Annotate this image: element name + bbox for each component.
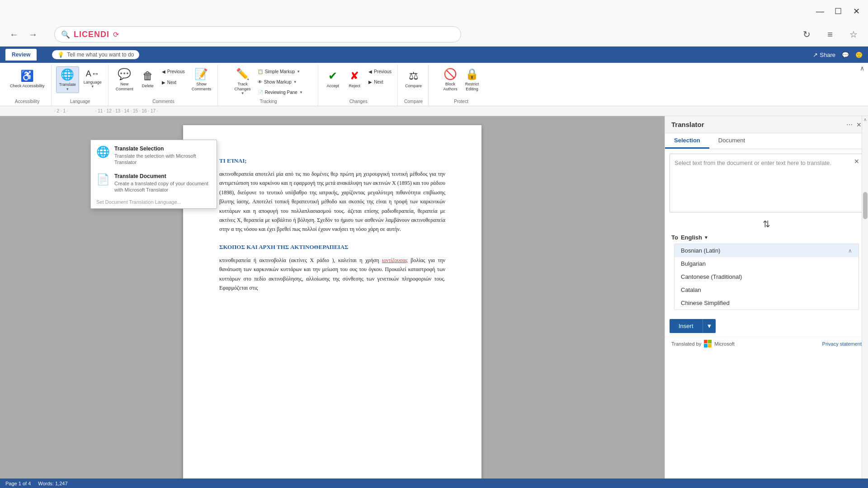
- search-icon: 🔍: [61, 30, 70, 39]
- forward-button[interactable]: →: [26, 28, 40, 41]
- tab-review[interactable]: Review: [5, 49, 37, 61]
- tell-me-bar[interactable]: 💡 Tell me what you want to do: [52, 50, 139, 59]
- scroll-up-icon[interactable]: ∧: [848, 248, 852, 254]
- bookmark-button[interactable]: ☆: [846, 27, 861, 42]
- translate-button[interactable]: 🌐 Translate ▼: [56, 66, 79, 93]
- panel-scrollbar[interactable]: ∧: [862, 116, 868, 488]
- next-comment-button[interactable]: ▶ Next: [160, 77, 187, 87]
- restrict-editing-button[interactable]: 🔒 RestrictEditing: [462, 66, 482, 93]
- delete-comment-button[interactable]: 🗑 Delete: [138, 66, 158, 92]
- tab-selection[interactable]: Selection: [665, 133, 709, 149]
- minimize-button[interactable]: —: [816, 7, 825, 16]
- check-accessibility-button[interactable]: ♿ Check Accessibility: [7, 66, 47, 92]
- share-button[interactable]: ↗ Share: [813, 52, 835, 58]
- lang-chinese-simplified[interactable]: Chinese Simplified: [675, 296, 859, 310]
- tab-document[interactable]: Document: [709, 133, 754, 149]
- translator-panel: Translator ⋯ ✕ Selection Document Select…: [665, 116, 868, 488]
- show-comments-button[interactable]: 📝 ShowComments: [189, 66, 214, 93]
- translate-document-item[interactable]: 📄 Translate Document Create a translated…: [91, 169, 217, 197]
- translator-tabs: Selection Document: [665, 133, 868, 149]
- translator-header: Translator ⋯ ✕: [665, 116, 868, 133]
- reject-button[interactable]: ✘ Reject: [344, 66, 364, 92]
- language-button[interactable]: A↔ Language ▼: [81, 66, 104, 92]
- scrollbar-up-button[interactable]: ∧: [862, 116, 868, 123]
- translate-document-icon: 📄: [96, 173, 110, 186]
- close-button[interactable]: ✕: [852, 7, 861, 16]
- licendi-logo: LICENDI: [74, 30, 109, 39]
- lang-catalan[interactable]: Catalan: [675, 283, 859, 296]
- comments-icon[interactable]: 💬: [842, 52, 849, 58]
- language-select[interactable]: English ▼: [681, 234, 708, 241]
- language-list-container: Bosnian (Latin) ∧ Bulgarian Cantonese (T…: [670, 244, 863, 310]
- track-changes-icon: ✏️: [236, 68, 250, 81]
- accessibility-group-label: Accessibility: [15, 99, 39, 104]
- ruler: · 2 · 1 · · 11 · 12 · 13 · 14 · 15 · 16 …: [0, 106, 868, 116]
- translate-icon: 🌐: [61, 68, 74, 81]
- next-change-button[interactable]: ▶ Next: [366, 77, 394, 87]
- translate-selection-title: Translate Selection: [114, 145, 211, 152]
- prev-change-button[interactable]: ◀ Previous: [366, 66, 394, 76]
- translator-text-input[interactable]: Select text from the document or enter t…: [670, 154, 863, 212]
- tab-bar: Review 💡 Tell me what you want to do ↗ S…: [0, 47, 868, 63]
- doc-link[interactable]: ιοντίζουσας: [382, 257, 408, 263]
- compare-group-label: Compare: [404, 99, 423, 104]
- translate-selection-item[interactable]: 🌐 Translate Selection Translate the sele…: [91, 142, 217, 169]
- lang-cantonese[interactable]: Cantonese (Traditional): [675, 270, 859, 283]
- insert-area: Insert ▼: [665, 315, 868, 337]
- page-status: Page 1 of 4: [5, 481, 31, 486]
- ribbon-group-comments: 💬 NewComment 🗑 Delete ◀ Previous ▶: [109, 65, 218, 106]
- refresh-button[interactable]: ↻: [799, 27, 814, 42]
- maximize-button[interactable]: ☐: [834, 7, 843, 16]
- ribbon-group-changes: ✔ Accept ✘ Reject ◀ Previous ▶: [319, 65, 398, 106]
- back-button[interactable]: ←: [7, 28, 21, 41]
- doc-heading-1: ΤΙ ΕΊΝΑΙ;: [219, 156, 445, 166]
- compare-button[interactable]: ⚖ Compare: [402, 66, 425, 92]
- block-authors-button[interactable]: 🚫 BlockAuthors: [440, 66, 460, 93]
- accept-button[interactable]: ✔ Accept: [323, 66, 343, 92]
- translate-dropdown-menu: 🌐 Translate Selection Translate the sele…: [90, 140, 217, 209]
- simple-markup-button[interactable]: 📋 Simple Markup ▼: [255, 66, 305, 76]
- lang-bulgarian[interactable]: Bulgarian: [675, 257, 859, 270]
- show-markup-button[interactable]: 👁 Show Markup ▼: [255, 77, 305, 87]
- translator-settings-icon[interactable]: ⋯: [846, 121, 853, 128]
- new-comment-icon: 💬: [118, 68, 131, 81]
- accept-icon: ✔: [328, 70, 337, 83]
- doc-content[interactable]: ΤΙ ΕΊΝΑΙ; ακτινοθεραπεία αποτελεί μία απ…: [219, 156, 445, 292]
- ribbon-group-accessibility: ♿ Check Accessibility Accessibility: [4, 65, 52, 106]
- translator-input-close-button[interactable]: ✕: [854, 158, 859, 165]
- reviewing-pane-button[interactable]: 📄 Reviewing Pane ▼: [255, 87, 305, 97]
- new-comment-button[interactable]: 💬 NewComment: [113, 66, 136, 93]
- swap-languages-button[interactable]: ⇅: [665, 217, 868, 231]
- microsoft-footer: Translated by Microsoft Privacy statemen…: [665, 337, 868, 350]
- insert-button[interactable]: Insert: [670, 319, 703, 333]
- language-list: Bosnian (Latin) ∧ Bulgarian Cantonese (T…: [674, 244, 859, 310]
- panel-scrollbar-thumb: [863, 192, 868, 219]
- doc-page[interactable]: ΤΙ ΕΊΝΑΙ; ακτινοθεραπεία αποτελεί μία απ…: [183, 125, 481, 483]
- ribbon-group-translate: 🌐 Translate ▼ A↔ Language ▼ Language: [52, 65, 108, 106]
- lang-bosnian[interactable]: Bosnian (Latin) ∧: [675, 244, 859, 257]
- language-dropdown-arrow: ▼: [704, 235, 708, 240]
- translate-dropdown-arrow: ▼: [66, 87, 69, 92]
- doc-para-1: ακτινοθεραπεία αποτελεί μία από τις πιο …: [219, 169, 445, 234]
- ribbon-collapse-button[interactable]: ∧: [860, 65, 864, 72]
- privacy-link[interactable]: Privacy statement: [822, 341, 862, 347]
- translator-close-button[interactable]: ✕: [856, 121, 862, 128]
- ribbon-group-compare: ⚖ Compare Compare: [399, 65, 429, 106]
- track-changes-button[interactable]: ✏️ TrackChanges ▼: [232, 66, 254, 97]
- insert-dropdown-button[interactable]: ▼: [703, 319, 716, 333]
- translate-document-desc: Create a translated copy of your documen…: [114, 180, 211, 193]
- translator-placeholder: Select text from the document or enter t…: [675, 160, 831, 166]
- reviewing-pane-icon: 📄: [258, 90, 263, 95]
- prev-change-icon: ◀: [368, 69, 372, 74]
- language-dropdown-arrow: ▼: [91, 84, 94, 89]
- previous-comment-button[interactable]: ◀ Previous: [160, 66, 187, 76]
- language-icon: A↔: [86, 69, 99, 79]
- translator-title: Translator: [671, 121, 704, 128]
- block-authors-icon: 🚫: [443, 68, 457, 81]
- set-language-item[interactable]: Set Document Translation Language...: [91, 197, 217, 206]
- menu-button[interactable]: ≡: [823, 27, 837, 42]
- microsoft-squares-icon: [704, 340, 712, 347]
- status-bar: Page 1 of 4 Words: 1,247: [0, 479, 868, 488]
- prev-icon: ◀: [162, 69, 165, 74]
- address-bar[interactable]: 🔍 LICENDI ⟳: [54, 26, 461, 42]
